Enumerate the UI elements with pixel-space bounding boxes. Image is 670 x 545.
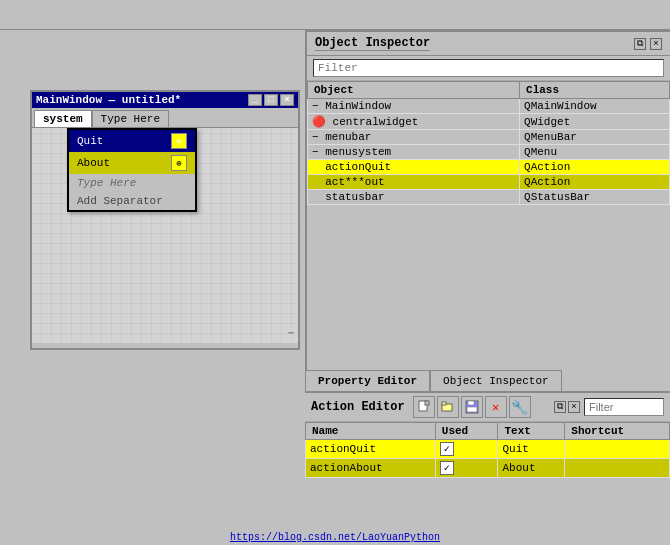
action-editor-controls: ⧉ × bbox=[554, 401, 580, 413]
table-row: − menubar QMenuBar bbox=[308, 130, 670, 145]
menu-item-quit[interactable]: Quit ⊕ bbox=[69, 130, 195, 152]
tab-property-editor[interactable]: Property Editor bbox=[305, 370, 430, 391]
col-shortcut: Shortcut bbox=[565, 423, 670, 440]
action-editor-float-btn[interactable]: ⧉ bbox=[554, 401, 566, 413]
watermark: https://blog.csdn.net/LaoYuanPython bbox=[230, 532, 440, 543]
tab-bar: Property Editor Object Inspector bbox=[305, 370, 670, 393]
inspector-title: Object Inspector bbox=[315, 36, 430, 51]
action-row-quit[interactable]: actionQuit ✓ Quit bbox=[306, 440, 670, 459]
svg-rect-5 bbox=[468, 401, 474, 405]
designer-title: MainWindow — untitled* bbox=[36, 94, 181, 106]
action-about-text: About bbox=[498, 459, 565, 478]
table-row: 🔴 centralwidget QWidget bbox=[308, 114, 670, 130]
col-text: Text bbox=[498, 423, 565, 440]
action-editor-left: Action Editor bbox=[311, 396, 531, 418]
action-editor-header: Action Editor bbox=[305, 393, 670, 422]
menu-tabs: system Type Here bbox=[32, 108, 298, 128]
action-filter-input[interactable] bbox=[584, 398, 664, 416]
resize-handle: ⋯ bbox=[288, 327, 294, 339]
inspector-filter-input[interactable] bbox=[313, 59, 664, 77]
action-table: Name Used Text Shortcut actionQuit ✓ Qui… bbox=[305, 422, 670, 478]
action-editor-title: Action Editor bbox=[311, 400, 405, 414]
action-editor-panel: Property Editor Object Inspector Action … bbox=[305, 370, 670, 545]
col-class: Class bbox=[520, 82, 670, 99]
action-toolbar: ✕ 🔧 bbox=[413, 396, 531, 418]
action-quit-shortcut bbox=[565, 440, 670, 459]
save-action-btn[interactable] bbox=[461, 396, 483, 418]
svg-rect-6 bbox=[467, 407, 477, 412]
maximize-button[interactable]: □ bbox=[264, 94, 278, 106]
inspector-float-btn[interactable]: ⧉ bbox=[634, 38, 646, 50]
action-quit-name: actionQuit bbox=[306, 440, 436, 459]
tab-system[interactable]: system bbox=[34, 110, 92, 127]
new-icon bbox=[417, 400, 431, 414]
svg-rect-3 bbox=[442, 402, 446, 405]
table-row: − MainWindow QMainWindow bbox=[308, 99, 670, 114]
designer-titlebar: MainWindow — untitled* _ □ × bbox=[32, 92, 298, 108]
menu-item-about[interactable]: About ⊕ bbox=[69, 152, 195, 174]
about-checkbox[interactable]: ✓ bbox=[440, 461, 454, 475]
menu-item-about-label: About bbox=[77, 157, 110, 169]
open-icon bbox=[441, 400, 455, 414]
table-row-action-quit[interactable]: actionQuit QAction bbox=[308, 160, 670, 175]
action-about-used: ✓ bbox=[435, 459, 498, 478]
window-controls: _ □ × bbox=[248, 94, 294, 106]
col-name: Name bbox=[306, 423, 436, 440]
col-object: Object bbox=[308, 82, 520, 99]
menu-item-quit-label: Quit bbox=[77, 135, 103, 147]
about-icon: ⊕ bbox=[171, 155, 187, 171]
action-about-shortcut bbox=[565, 459, 670, 478]
menu-item-add-separator[interactable]: Add Separator bbox=[69, 192, 195, 210]
inspector-controls: ⧉ × bbox=[634, 38, 662, 50]
menu-item-type-here[interactable]: Type Here bbox=[69, 174, 195, 192]
action-quit-text: Quit bbox=[498, 440, 565, 459]
svg-rect-1 bbox=[425, 401, 429, 405]
action-editor-close-btn[interactable]: × bbox=[568, 401, 580, 413]
table-row: statusbar QStatusBar bbox=[308, 190, 670, 205]
save-icon bbox=[465, 400, 479, 414]
designer-area: Quit ⊕ About ⊕ Type Here Add Separator ⋯ bbox=[32, 128, 298, 343]
table-row: − menusystem QMenu bbox=[308, 145, 670, 160]
col-used: Used bbox=[435, 423, 498, 440]
action-row-about[interactable]: actionAbout ✓ About bbox=[306, 459, 670, 478]
type-here-label: Type Here bbox=[77, 177, 136, 189]
quit-checkbox[interactable]: ✓ bbox=[440, 442, 454, 456]
close-button[interactable]: × bbox=[280, 94, 294, 106]
open-action-btn[interactable] bbox=[437, 396, 459, 418]
main-window-designer: MainWindow — untitled* _ □ × system Type… bbox=[30, 90, 300, 350]
top-bar bbox=[0, 0, 670, 30]
inspector-filter-bar bbox=[307, 56, 670, 81]
delete-action-btn[interactable]: ✕ bbox=[485, 396, 507, 418]
action-editor-right: ⧉ × bbox=[554, 398, 664, 416]
inspector-table: Object Class − MainWindow QMainWindow 🔴 … bbox=[307, 81, 670, 205]
object-inspector-panel: Object Inspector ⧉ × Object Class − Main… bbox=[305, 30, 670, 370]
tab-object-inspector[interactable]: Object Inspector bbox=[430, 370, 562, 391]
add-separator-label: Add Separator bbox=[77, 195, 163, 207]
inspector-header: Object Inspector ⧉ × bbox=[307, 32, 670, 56]
action-about-name: actionAbout bbox=[306, 459, 436, 478]
inspector-close-btn[interactable]: × bbox=[650, 38, 662, 50]
settings-action-btn[interactable]: 🔧 bbox=[509, 396, 531, 418]
minimize-button[interactable]: _ bbox=[248, 94, 262, 106]
table-row-action-about[interactable]: act***out QAction bbox=[308, 175, 670, 190]
tab-type-here[interactable]: Type Here bbox=[92, 110, 169, 127]
action-quit-used: ✓ bbox=[435, 440, 498, 459]
dropdown-menu: Quit ⊕ About ⊕ Type Here Add Separator bbox=[67, 128, 197, 212]
quit-icon: ⊕ bbox=[171, 133, 187, 149]
new-action-btn[interactable] bbox=[413, 396, 435, 418]
